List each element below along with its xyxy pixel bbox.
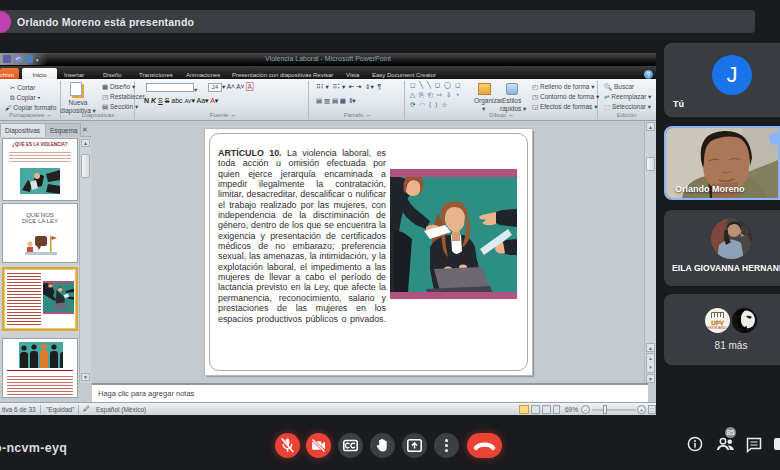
svg-text:FESTEJANDO: FESTEJANDO bbox=[708, 326, 729, 330]
